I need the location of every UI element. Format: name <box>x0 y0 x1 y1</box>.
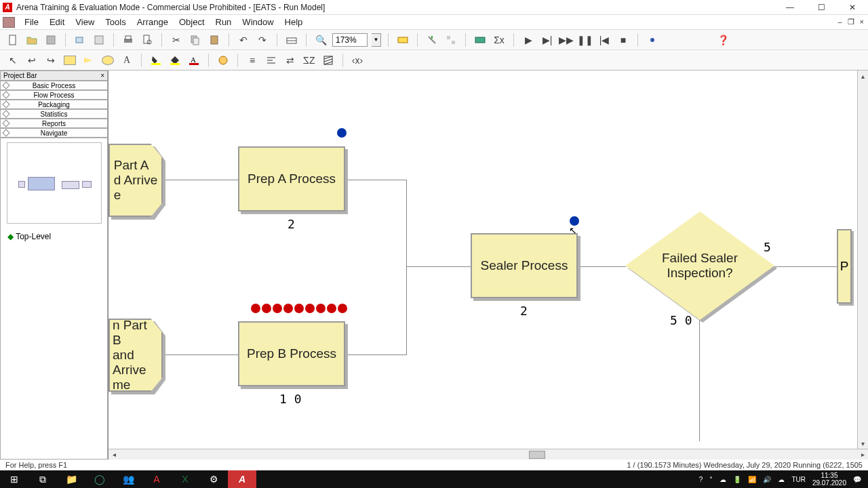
cloud-icon[interactable]: ☁ <box>778 476 785 483</box>
task-view-button[interactable]: ⧉ <box>28 470 57 488</box>
settings-icon[interactable]: ⚙ <box>199 470 228 488</box>
cut-button[interactable]: ✂ <box>169 33 184 47</box>
magnify-icon[interactable]: 🔍 <box>313 33 328 47</box>
menu-edit[interactable]: Edit <box>44 16 70 28</box>
polygon-shape-button[interactable] <box>81 53 96 68</box>
attach-button[interactable] <box>73 33 87 47</box>
paste-button[interactable] <box>207 33 222 47</box>
module-prep-b-process[interactable]: Prep B Process <box>238 321 345 386</box>
mdi-restore-button[interactable]: ❐ <box>848 18 854 26</box>
onedrive-icon[interactable]: ☁ <box>719 476 726 483</box>
line-style-button[interactable]: ≡ <box>245 53 260 68</box>
line-fwd-button[interactable]: ↪ <box>43 53 58 68</box>
flip-h-button[interactable]: ⇄ <box>283 53 298 68</box>
panel-packaging[interactable]: Packaging <box>0 100 108 109</box>
vertical-scrollbar[interactable]: ▴ ▾ <box>857 70 868 449</box>
menu-view[interactable]: View <box>70 16 100 28</box>
text-color-button[interactable]: A <box>186 53 201 68</box>
scroll-right-icon[interactable]: ▸ <box>857 450 868 460</box>
navigator-thumbnail[interactable] <box>7 142 102 224</box>
mdi-close-button[interactable]: × <box>860 18 864 26</box>
nav-top-level[interactable]: ◆ Top-Level <box>3 230 104 243</box>
fill-color-button[interactable] <box>167 53 182 68</box>
file-explorer-icon[interactable]: 📁 <box>57 470 85 488</box>
step-button[interactable]: ▶| <box>540 33 555 47</box>
module-prep-a-process[interactable]: Prep A Process <box>238 146 345 211</box>
mdi-minimize-button[interactable]: – <box>837 18 842 26</box>
auto-connect-button[interactable] <box>443 33 458 47</box>
close-button[interactable]: ✕ <box>837 1 868 14</box>
action-center-icon[interactable]: 💬 <box>853 476 861 483</box>
panel-basic-process[interactable]: Basic Process <box>0 81 108 90</box>
menu-object[interactable]: Object <box>174 16 210 28</box>
scroll-left-icon[interactable]: ◂ <box>108 450 119 460</box>
pointer-button[interactable]: ↖ <box>5 53 20 68</box>
layers-button[interactable] <box>284 33 299 47</box>
menu-run[interactable]: Run <box>210 16 237 28</box>
copy-button[interactable] <box>188 33 203 47</box>
panel-reports[interactable]: Reports <box>0 119 108 128</box>
maximize-button[interactable]: ☐ <box>806 1 837 14</box>
arena-taskbar-icon[interactable]: A <box>228 470 256 488</box>
help-tray-icon[interactable]: ? <box>699 476 703 483</box>
check-model-button[interactable] <box>473 33 488 47</box>
menu-file[interactable]: File <box>19 16 44 28</box>
undo-button[interactable]: ↶ <box>236 33 251 47</box>
module-create-part-a[interactable]: Part A d Arrive e <box>108 144 163 217</box>
menu-help[interactable]: Help <box>279 16 309 28</box>
template-button[interactable] <box>92 33 106 47</box>
animate-button[interactable] <box>216 53 231 68</box>
menu-arrange[interactable]: Arrange <box>132 16 174 28</box>
minimize-button[interactable]: — <box>774 1 806 14</box>
wifi-icon[interactable]: 📶 <box>748 476 756 483</box>
stop-button[interactable]: ■ <box>616 33 631 47</box>
box-shape-button[interactable] <box>62 53 77 68</box>
print-button[interactable] <box>121 33 136 47</box>
scroll-up-icon[interactable]: ▴ <box>858 70 867 81</box>
module-create-part-b[interactable]: n Part B and Arrive me <box>108 319 163 392</box>
acrobat-icon[interactable]: A <box>142 470 171 488</box>
save-button[interactable] <box>43 33 58 47</box>
teams-icon[interactable]: 👥 <box>114 470 142 488</box>
module-sealer-process[interactable]: Sealer Process <box>471 233 578 298</box>
variable-button[interactable]: ‹x› <box>350 53 365 68</box>
zoom-dropdown[interactable]: ▼ <box>372 33 381 47</box>
module-cutoff-right[interactable]: P <box>837 229 852 304</box>
hatch-button[interactable] <box>321 53 336 68</box>
open-button[interactable] <box>24 33 39 47</box>
module-failed-sealer-decide[interactable]: Failed Sealer Inspection? <box>625 211 774 320</box>
align-button[interactable] <box>264 53 279 68</box>
start-button[interactable]: ⊞ <box>0 470 28 488</box>
redo-button[interactable]: ↷ <box>255 33 270 47</box>
print-preview-button[interactable] <box>140 33 155 47</box>
horizontal-scrollbar[interactable]: ◂ ▸ <box>108 449 868 460</box>
connect-button[interactable] <box>425 33 439 47</box>
battery-icon[interactable]: 🔋 <box>733 476 741 483</box>
volume-icon[interactable]: 🔊 <box>763 476 771 483</box>
tray-chevron-icon[interactable]: ˄ <box>709 476 713 483</box>
highlight-color-button[interactable] <box>149 53 163 68</box>
scroll-thumb[interactable] <box>529 451 545 459</box>
menu-tools[interactable]: Tools <box>100 16 131 28</box>
ellipse-shape-button[interactable] <box>100 53 115 68</box>
context-help-button[interactable]: ❓ <box>715 33 730 47</box>
new-button[interactable] <box>5 33 20 47</box>
clock[interactable]: 11:3529.07.2020 <box>812 472 846 487</box>
pause-button[interactable]: ❚❚ <box>578 33 593 47</box>
panel-navigate[interactable]: Navigate <box>0 128 108 138</box>
expression-builder-button[interactable]: Σx <box>492 33 507 47</box>
zoom-field[interactable]: 173% <box>332 33 368 47</box>
panel-flow-process[interactable]: Flow Process <box>0 90 108 100</box>
flip-v-button[interactable]: ZZ <box>302 53 317 68</box>
excel-icon[interactable]: X <box>171 470 199 488</box>
project-bar-close-icon[interactable]: × <box>100 72 104 79</box>
line-back-button[interactable]: ↩ <box>24 53 39 68</box>
fast-forward-button[interactable]: ▶▶ <box>559 33 574 47</box>
menu-window[interactable]: Window <box>237 16 279 28</box>
model-canvas[interactable]: Part A d Arrive e n Part B and Arrive me… <box>108 70 868 460</box>
panel-statistics[interactable]: Statistics <box>0 109 108 119</box>
start-over-button[interactable]: |◀ <box>597 33 612 47</box>
text-tool-button[interactable]: A <box>119 53 134 68</box>
scroll-down-icon[interactable]: ▾ <box>858 438 867 449</box>
submodel-button[interactable] <box>395 33 410 47</box>
